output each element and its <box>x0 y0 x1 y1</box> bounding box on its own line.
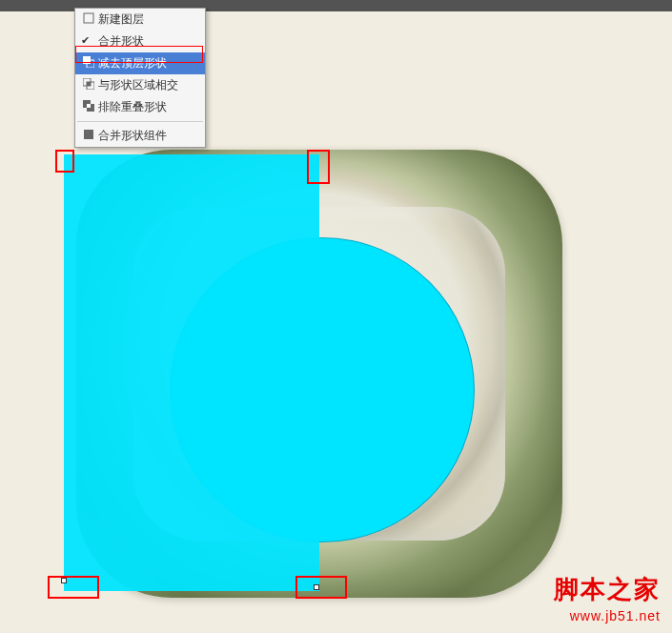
svg-rect-8 <box>87 104 91 108</box>
menu-item-exclude-overlap[interactable]: 排除重叠形状 <box>75 96 205 118</box>
anchor-marker-tr <box>307 150 330 184</box>
watermark: 脚本之家 www.jb51.net <box>554 573 661 623</box>
svg-rect-5 <box>87 82 91 86</box>
menu-item-label: 与形状区域相交 <box>98 78 178 92</box>
exclude-overlap-icon <box>83 100 94 112</box>
watermark-title: 脚本之家 <box>554 573 661 606</box>
new-layer-icon <box>83 12 94 24</box>
menu-separator <box>77 121 203 122</box>
menu-item-intersect[interactable]: 与形状区域相交 <box>75 74 205 96</box>
anchor-marker-tl <box>55 150 74 173</box>
anchor-marker-br <box>295 576 347 599</box>
menu-item-label: 合并形状组件 <box>98 129 167 142</box>
path-operations-menu: 新建图层 ✔ 合并形状 减去顶层形状 与形状区域相交 排除重叠形状 合并形状组件 <box>74 8 206 148</box>
menu-item-label: 排除重叠形状 <box>98 100 167 113</box>
svg-rect-0 <box>84 13 93 23</box>
svg-rect-9 <box>84 130 93 139</box>
menu-highlight-marker <box>75 46 203 63</box>
anchor-point[interactable] <box>61 578 67 583</box>
anchor-point[interactable] <box>314 584 319 590</box>
menu-item-new-layer[interactable]: 新建图层 <box>75 9 205 31</box>
cyan-rect-shape[interactable] <box>64 154 319 591</box>
watermark-url: www.jb51.net <box>554 608 661 623</box>
menu-item-label: 新建图层 <box>98 12 144 26</box>
intersect-icon <box>83 78 94 90</box>
menu-item-merge-components[interactable]: 合并形状组件 <box>75 125 205 147</box>
anchor-marker-bl <box>48 576 99 599</box>
merge-components-icon <box>83 129 94 140</box>
